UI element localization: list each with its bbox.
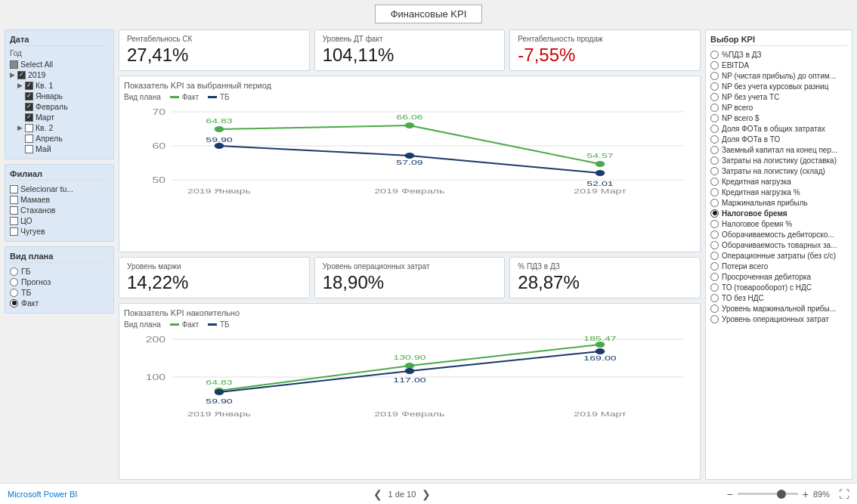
branch-selecionar-cb[interactable] [10, 185, 18, 193]
date-may[interactable]: Май [10, 144, 109, 154]
date-mar[interactable]: Март [10, 112, 109, 122]
kpi-list-item[interactable]: Потери всего [710, 261, 847, 271]
kpi-radio-19[interactable] [710, 252, 719, 260]
zoom-slider[interactable] [738, 493, 798, 495]
branch-chuguyev-cb[interactable] [10, 227, 18, 236]
kpi-radio-12[interactable] [710, 178, 719, 186]
kpi-list-item[interactable]: Затраты на логистику (склад) [710, 165, 847, 176]
brand-link[interactable]: Microsoft Power BI [8, 490, 77, 499]
select-all-checkbox[interactable] [10, 60, 18, 69]
kpi-list-item[interactable]: Доля ФОТа в общих затратах [710, 123, 847, 134]
date-q2[interactable]: ▶ Кв. 2 [10, 122, 109, 133]
svg-point-7 [405, 122, 415, 128]
branch-chuguyev[interactable]: Чугуев [10, 226, 109, 237]
zoom-plus-button[interactable]: + [803, 488, 809, 500]
kpi-list-item[interactable]: Налоговое бремя [710, 208, 847, 218]
kpi-list-item[interactable]: Кредитная нагрузка % [710, 187, 847, 197]
kpi-list-item[interactable]: NP всего [710, 102, 847, 113]
date-jan-checkbox[interactable] [25, 92, 33, 100]
kpi-list-item[interactable]: ТО без НДС [710, 292, 847, 303]
kpi-radio-2[interactable] [710, 72, 719, 80]
kpi-list-item[interactable]: Маржинальная прибыль [710, 197, 847, 208]
kpi-radio-13[interactable] [710, 188, 719, 196]
kpi-radio-11[interactable] [710, 167, 719, 175]
date-mar-checkbox[interactable] [25, 113, 33, 122]
branch-tso[interactable]: ЦО [10, 215, 109, 226]
kpi-radio-4[interactable] [710, 93, 719, 101]
kpi-radio-15[interactable] [710, 209, 719, 218]
kpi-radio-22[interactable] [710, 283, 719, 292]
kpi-list-item[interactable]: Доля ФОТа в ТО [710, 134, 847, 144]
kpi-radio-18[interactable] [710, 241, 719, 249]
prev-page-button[interactable]: ❮ [373, 488, 382, 500]
date-2019-checkbox[interactable] [17, 71, 26, 79]
plan-gb-radio[interactable] [10, 267, 18, 276]
branch-selecionar[interactable]: Selecionar tu... [10, 184, 109, 194]
plan-prognoz[interactable]: Прогноз [10, 277, 109, 287]
kpi-list-item[interactable]: NP всего $ [710, 113, 847, 123]
date-q2-checkbox[interactable] [25, 124, 33, 132]
date-feb[interactable]: Февраль [10, 101, 109, 112]
kpi-radio-8[interactable] [710, 135, 719, 144]
kpi-radio-16[interactable] [710, 220, 719, 228]
kpi-radio-0[interactable] [710, 51, 719, 59]
kpi-list-item[interactable]: %ПДЗ в ДЗ [710, 49, 847, 60]
kpi-radio-1[interactable] [710, 61, 719, 70]
kpi-radio-5[interactable] [710, 104, 719, 112]
plan-prognoz-radio[interactable] [10, 278, 18, 286]
plan-fact[interactable]: Факт [10, 298, 109, 308]
kpi-radio-20[interactable] [710, 262, 719, 271]
branch-stakhanov-cb[interactable] [10, 206, 18, 215]
date-jan[interactable]: Январь [10, 91, 109, 101]
next-page-button[interactable]: ❯ [422, 488, 431, 500]
date-q1-checkbox[interactable] [25, 82, 33, 90]
kpi-list-item[interactable]: Налоговое бремя % [710, 218, 847, 229]
svg-text:66.06: 66.06 [396, 113, 423, 122]
kpi-list-item[interactable]: Оборачиваемость дебиторско... [710, 229, 847, 240]
kpi-label-25: Уровень операционных затрат [722, 315, 829, 323]
kpi-radio-25[interactable] [710, 315, 719, 323]
kpi-radio-24[interactable] [710, 305, 719, 313]
kpi-list-item[interactable]: NP (чистая прибыль) до оптим... [710, 70, 847, 81]
plan-fact-radio[interactable] [10, 299, 18, 308]
kpi-radio-6[interactable] [710, 114, 719, 122]
kpi-radio-21[interactable] [710, 273, 719, 281]
kpi-list-item[interactable]: Операционные затраты (без с/с) [710, 250, 847, 261]
fullscreen-icon[interactable]: ⛶ [839, 488, 849, 500]
branch-mamaev-cb[interactable] [10, 196, 18, 204]
zoom-thumb[interactable] [777, 490, 786, 499]
kpi-list-item[interactable]: NP без учета курсовых разниц [710, 81, 847, 91]
kpi-radio-9[interactable] [710, 146, 719, 154]
kpi-list-item[interactable]: EBITDA [710, 60, 847, 70]
date-select-all[interactable]: Select All [10, 59, 109, 70]
kpi-list-item[interactable]: Оборачиваемость товарных за... [710, 240, 847, 250]
plan-tb-radio[interactable] [10, 289, 18, 297]
date-apr-checkbox[interactable] [25, 135, 33, 143]
kpi-list-item[interactable]: NP без учета ТС [710, 91, 847, 102]
kpi-list-item[interactable]: Уровень маржинальной прибы... [710, 303, 847, 314]
kpi-list-item[interactable]: ТО (товарооборот) с НДС [710, 282, 847, 292]
kpi-list-item[interactable]: Затраты на логистику (доставка) [710, 155, 847, 165]
kpi-list-item[interactable]: Кредитная нагрузка [710, 176, 847, 187]
kpi-card-sk: Рентабельнось СК 27,41% [119, 29, 310, 71]
kpi-list-item[interactable]: Заемный капитал на конец пер... [710, 144, 847, 155]
kpi-list-item[interactable]: Уровень операционных затрат [710, 314, 847, 324]
kpi-radio-7[interactable] [710, 125, 719, 133]
date-may-checkbox[interactable] [25, 145, 33, 153]
date-feb-checkbox[interactable] [25, 103, 33, 111]
date-apr[interactable]: Апрель [10, 133, 109, 144]
kpi-radio-3[interactable] [710, 82, 719, 91]
kpi-radio-14[interactable] [710, 199, 719, 207]
kpi-radio-10[interactable] [710, 156, 719, 165]
zoom-minus-button[interactable]: − [727, 488, 733, 500]
plan-tb[interactable]: ТБ [10, 287, 109, 298]
branch-stakhanov[interactable]: Стаханов [10, 205, 109, 215]
kpi-radio-23[interactable] [710, 294, 719, 302]
kpi-radio-17[interactable] [710, 230, 719, 239]
kpi-list-item[interactable]: Просроченная дебиторка [710, 271, 847, 282]
branch-mamaev[interactable]: Мамаев [10, 194, 109, 205]
date-q1[interactable]: ▶ Кв. 1 [10, 80, 109, 91]
date-2019[interactable]: ▶ 2019 [10, 70, 109, 80]
branch-tso-cb[interactable] [10, 217, 18, 225]
plan-gb[interactable]: ГБ [10, 266, 109, 277]
